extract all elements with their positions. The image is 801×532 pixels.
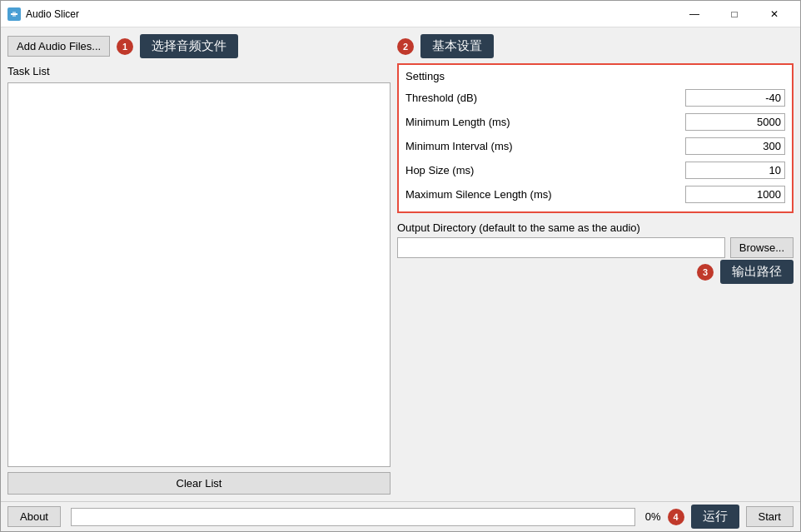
maximize-button[interactable]: □ bbox=[715, 1, 754, 27]
task-list-box bbox=[7, 82, 391, 467]
output-dir-section: Output Directory (default to the same as… bbox=[397, 221, 794, 284]
threshold-input[interactable] bbox=[685, 89, 785, 107]
about-button[interactable]: About bbox=[7, 506, 61, 527]
basic-settings-label: 基本设置 bbox=[420, 34, 494, 58]
left-panel: Add Audio Files... 1 选择音频文件 Task List Cl… bbox=[7, 34, 391, 495]
output-dir-row: Browse... bbox=[397, 237, 794, 258]
bottom-right: 0% 4 运行 Start bbox=[645, 505, 794, 529]
progress-text: 0% bbox=[645, 510, 661, 523]
threshold-row: Threshold (dB) bbox=[405, 86, 785, 110]
minimize-button[interactable]: — bbox=[675, 1, 714, 27]
settings-label: Settings bbox=[405, 70, 785, 82]
bottom-left: About bbox=[7, 506, 61, 527]
bottom-bar: About 0% 4 运行 Start bbox=[1, 501, 800, 531]
threshold-label: Threshold (dB) bbox=[405, 92, 685, 104]
min-interval-input[interactable] bbox=[685, 137, 785, 155]
status-bar bbox=[71, 508, 635, 526]
hop-size-label: Hop Size (ms) bbox=[405, 164, 685, 177]
left-top-row: Add Audio Files... 1 选择音频文件 bbox=[7, 34, 391, 58]
title-bar-left: Audio Slicer bbox=[7, 7, 79, 21]
task-list-label: Task List bbox=[7, 65, 391, 77]
badge-4: 4 bbox=[668, 509, 684, 525]
min-interval-label: Minimum Interval (ms) bbox=[405, 140, 685, 152]
badge-3: 3 bbox=[697, 264, 714, 281]
clear-list-button[interactable]: Clear List bbox=[7, 472, 391, 495]
min-interval-row: Minimum Interval (ms) bbox=[405, 134, 785, 158]
add-audio-files-button[interactable]: Add Audio Files... bbox=[7, 36, 110, 57]
title-bar-controls: — □ ✕ bbox=[675, 1, 794, 27]
output-dir-label: Output Directory (default to the same as… bbox=[397, 221, 794, 234]
badge-1: 1 bbox=[117, 38, 133, 55]
app-icon bbox=[7, 7, 21, 21]
hop-size-input[interactable] bbox=[685, 162, 785, 179]
hop-size-row: Hop Size (ms) bbox=[405, 158, 785, 182]
window-title: Audio Slicer bbox=[26, 8, 79, 20]
right-panel: 2 基本设置 Settings Threshold (dB) Minimum L… bbox=[397, 34, 794, 495]
output-annotation-row: 3 输出路径 bbox=[397, 260, 794, 284]
max-silence-row: Maximum Silence Length (ms) bbox=[405, 182, 785, 206]
badge-2: 2 bbox=[397, 38, 414, 55]
min-length-label: Minimum Length (ms) bbox=[405, 116, 685, 128]
close-button[interactable]: ✕ bbox=[755, 1, 794, 27]
run-label: 运行 bbox=[691, 505, 739, 529]
start-button[interactable]: Start bbox=[746, 506, 794, 527]
browse-button[interactable]: Browse... bbox=[730, 237, 794, 258]
select-file-label: 选择音频文件 bbox=[140, 34, 238, 58]
main-window: Audio Slicer — □ ✕ Add Audio Files... 1 … bbox=[0, 0, 801, 532]
output-dir-input[interactable] bbox=[397, 237, 725, 258]
title-bar: Audio Slicer — □ ✕ bbox=[1, 1, 800, 27]
right-top-row: 2 基本设置 bbox=[397, 34, 794, 58]
svg-rect-2 bbox=[12, 12, 16, 17]
max-silence-input[interactable] bbox=[685, 186, 785, 203]
main-content: Add Audio Files... 1 选择音频文件 Task List Cl… bbox=[1, 27, 800, 501]
max-silence-label: Maximum Silence Length (ms) bbox=[405, 188, 685, 201]
output-path-label: 输出路径 bbox=[720, 260, 794, 284]
settings-group: Settings Threshold (dB) Minimum Length (… bbox=[397, 63, 794, 213]
min-length-input[interactable] bbox=[685, 113, 785, 131]
min-length-row: Minimum Length (ms) bbox=[405, 110, 785, 134]
